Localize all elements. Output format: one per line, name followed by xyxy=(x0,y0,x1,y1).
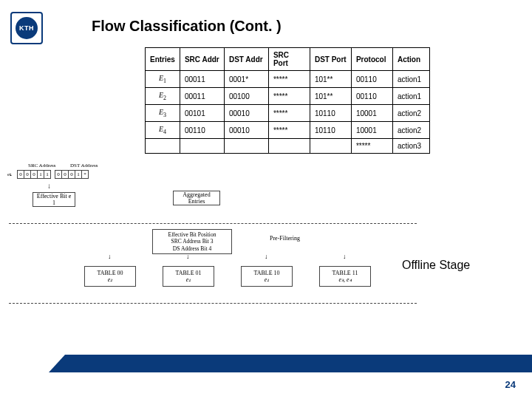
table-cell: 00110 xyxy=(351,88,392,105)
table-header: DST Addr xyxy=(224,48,268,71)
entry-cell xyxy=(146,139,180,154)
table-cell: action3 xyxy=(392,139,429,154)
table-11-hdr: TABLE 11 xyxy=(332,270,358,276)
kth-logo: KTH xyxy=(10,12,43,44)
table-cell: 101** xyxy=(310,88,351,105)
diagram-col-dst: DST Address xyxy=(70,163,98,168)
effective-bit-e1-box: Effective Bit e 1 xyxy=(33,192,75,207)
table-cell: 00011 xyxy=(180,88,224,105)
down-arrow-icon: ↓ xyxy=(186,253,190,260)
table-cell: 10110 xyxy=(310,122,351,139)
table-01-sub: e₁ xyxy=(186,276,191,283)
bit-row: e₁ 000110001* xyxy=(7,170,89,179)
table-header: Entries xyxy=(146,48,180,71)
flow-table: EntriesSRC AddrDST AddrSRC PortDST PortP… xyxy=(145,47,430,154)
table-cell: 00101 xyxy=(180,105,224,122)
table-cell: action2 xyxy=(392,105,429,122)
table-10-sub: e₁ xyxy=(265,276,270,283)
table-00-hdr: TABLE 00 xyxy=(97,270,123,276)
page-number: 24 xyxy=(505,379,516,390)
slide-title: Flow Classification (Cont. ) xyxy=(92,18,282,35)
diagram-col-src: SRC Address xyxy=(28,163,56,168)
table-cell: 10110 xyxy=(310,105,351,122)
table-cell: ***** xyxy=(268,88,310,105)
footer-bar xyxy=(65,355,532,372)
aggregated-entries-box: Aggregated Entries xyxy=(173,191,220,205)
table-cell: 00010 xyxy=(224,105,268,122)
bit-row-label: e₁ xyxy=(7,171,18,177)
table-cell xyxy=(224,139,268,154)
table-row: E30010100010*****1011010001action2 xyxy=(146,105,430,122)
table-cell: 0001* xyxy=(224,71,268,88)
down-arrow-icon: ↓ xyxy=(343,253,347,260)
table-01-hdr: TABLE 01 xyxy=(175,270,201,276)
diagram: SRC Address DST Address e₁ 000110001* ↓ … xyxy=(7,163,421,325)
table-row: E1000110001******101**00110action1 xyxy=(146,71,430,88)
offline-stage-label: Offline Stage xyxy=(402,259,470,272)
kth-logo-text: KTH xyxy=(16,17,38,39)
table-cell xyxy=(180,139,224,154)
table-cell: ***** xyxy=(268,71,310,88)
table-cell: ***** xyxy=(268,105,310,122)
bit-cell: * xyxy=(81,170,89,179)
table-00-sub: e₂ xyxy=(108,276,113,283)
ebp-line: DS Address Bit 4 xyxy=(153,245,231,252)
table-cell: 00011 xyxy=(180,71,224,88)
table-header: SRC Addr xyxy=(180,48,224,71)
table-10-hdr: TABLE 10 xyxy=(253,270,279,276)
table-cell: action1 xyxy=(392,71,429,88)
down-arrow-icon: ↓ xyxy=(265,253,268,260)
table-cell: 00100 xyxy=(224,88,268,105)
table-cell: 00110 xyxy=(180,122,224,139)
table-10-box: TABLE 10e₁ xyxy=(241,266,293,287)
table-cell: action2 xyxy=(392,122,429,139)
dashed-line-2 xyxy=(9,303,417,304)
table-cell: ***** xyxy=(268,122,310,139)
entry-cell: E2 xyxy=(146,88,180,105)
table-11-box: TABLE 11e₃, e₄ xyxy=(319,266,371,287)
table-header: SRC Port xyxy=(268,48,310,71)
table-00-box: TABLE 00e₂ xyxy=(84,266,136,287)
table-cell: ***** xyxy=(351,139,392,154)
table-cell: 00010 xyxy=(224,122,268,139)
table-11-sub: e₃, e₄ xyxy=(338,276,351,283)
dashed-line-1 xyxy=(9,223,417,224)
table-row: E20001100100*****101**00110action1 xyxy=(146,88,430,105)
table-01-box: TABLE 01e₁ xyxy=(163,266,214,287)
entry-cell: E1 xyxy=(146,71,180,88)
table-cell: 10001 xyxy=(351,105,392,122)
entry-cell: E4 xyxy=(146,122,180,139)
down-arrow-icon: ↓ xyxy=(108,253,112,260)
bit-cell: 1 xyxy=(44,170,51,179)
ebp-line: Effective Bit Position xyxy=(153,231,231,238)
down-arrow-icon: ↓ xyxy=(47,182,51,190)
effective-bit-position-box: Effective Bit PositionSRC Address Bit 3D… xyxy=(152,229,232,254)
table-header: Action xyxy=(392,48,429,71)
table-cell: 10001 xyxy=(351,122,392,139)
ebp-line: SRC Address Bit 3 xyxy=(153,238,231,245)
prefiltering-label: Pre-Filtering xyxy=(270,235,300,242)
table-cell: action1 xyxy=(392,88,429,105)
table-header: Protocol xyxy=(351,48,392,71)
table-cell: 00110 xyxy=(351,71,392,88)
table-row: E40011000010*****1011010001action2 xyxy=(146,122,430,139)
table-cell xyxy=(268,139,310,154)
table-header: DST Port xyxy=(310,48,351,71)
table-cell xyxy=(310,139,351,154)
entry-cell: E3 xyxy=(146,105,180,122)
table-row: *****action3 xyxy=(146,139,430,154)
table-cell: 101** xyxy=(310,71,351,88)
